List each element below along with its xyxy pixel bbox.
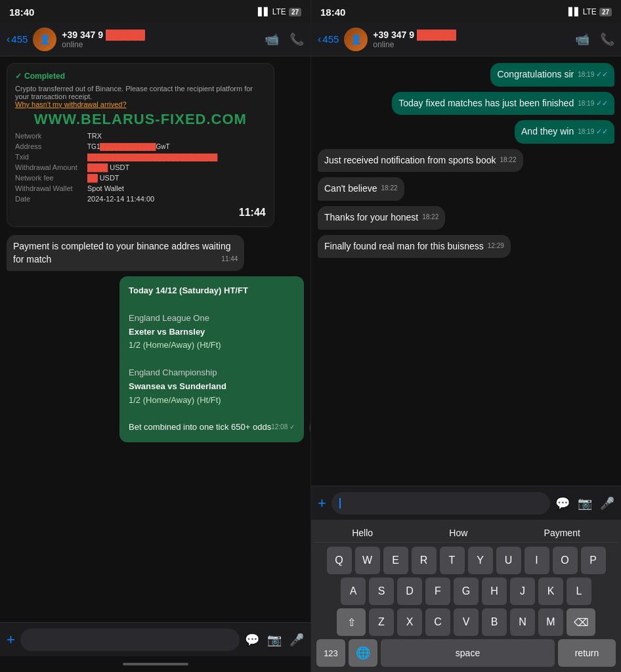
right-back-button[interactable]: ‹ 455 (318, 33, 339, 45)
key-E[interactable]: E (383, 547, 408, 574)
right-status-icons: ▋▋ LTE 27 (568, 7, 612, 16)
key-G[interactable]: G (454, 578, 479, 605)
binance-details-table: Network TRX Address TG1████████████GwT T… (15, 131, 266, 204)
right-chat-area: Congratulations sir 18:19 ✓✓ Today fixed… (311, 56, 621, 486)
back-chevron: ‹ (7, 33, 10, 45)
key-S[interactable]: S (369, 578, 394, 605)
cant-believe-time: 18:22 (381, 184, 398, 193)
right-phone-icon[interactable]: 📞 (600, 32, 614, 47)
phone-icon[interactable]: 📞 (289, 32, 304, 47)
text-cursor (339, 498, 341, 509)
key-M[interactable]: M (538, 608, 563, 636)
tip-msg-row: Today 14/12 (Saturday) HT/FT England Lea… (7, 276, 304, 442)
right-sticker-icon[interactable]: 💬 (555, 496, 570, 511)
right-time: 18:40 (320, 7, 345, 18)
keyboard-suggestions: Hello How Payment (314, 524, 618, 543)
key-R[interactable]: R (412, 547, 437, 574)
right-status-bar: 18:40 ▋▋ LTE 27 (311, 0, 621, 22)
key-P[interactable]: P (581, 547, 606, 574)
right-input-field[interactable] (332, 492, 550, 514)
left-input-field[interactable] (20, 629, 240, 651)
return-key[interactable]: return (558, 639, 616, 667)
key-X[interactable]: X (397, 608, 422, 636)
left-camera-icon[interactable]: 📷 (267, 633, 282, 647)
right-video-icon[interactable]: 📹 (575, 32, 589, 47)
space-key[interactable]: space (381, 639, 555, 667)
key-D[interactable]: D (397, 578, 422, 605)
right-contact-info: +39 347 9 ██████ online (373, 30, 570, 49)
left-contact-name: +39 347 9 ██████ (62, 30, 259, 40)
right-contact-name: +39 347 9 ██████ (373, 30, 570, 40)
congrats-bubble: Congratulations sir 18:19 ✓✓ (490, 63, 614, 87)
key-U[interactable]: U (496, 547, 521, 574)
left-input-bar: + 💬 📷 🎤 (0, 622, 310, 656)
left-contact-name-text: +39 347 9 (62, 30, 103, 40)
key-T[interactable]: T (440, 547, 465, 574)
key-A[interactable]: A (341, 578, 366, 605)
left-contact-info: +39 347 9 ██████ online (62, 30, 259, 49)
key-N[interactable]: N (510, 608, 535, 636)
left-back-button[interactable]: ‹ 455 (7, 33, 28, 45)
right-camera-icon[interactable]: 📷 (578, 496, 592, 511)
key-J[interactable]: J (510, 578, 535, 605)
key-V[interactable]: V (454, 608, 479, 636)
right-header-icons: 📹 📞 (575, 32, 614, 47)
key-L[interactable]: L (567, 578, 591, 605)
key-H[interactable]: H (482, 578, 507, 605)
key-C[interactable]: C (425, 608, 450, 636)
numbers-key[interactable]: 123 (316, 639, 345, 667)
right-plus-button[interactable]: + (318, 495, 326, 512)
thanks-time: 18:22 (422, 213, 439, 222)
suggestion-payment[interactable]: Payment (544, 528, 580, 538)
right-network-label: LTE (583, 7, 597, 16)
address-row: Address TG1████████████GwT (15, 141, 266, 152)
shift-key[interactable]: ⇧ (337, 608, 366, 636)
payment-time: 11:44 (221, 255, 238, 264)
key-O[interactable]: O (553, 547, 578, 574)
left-mic-icon[interactable]: 🎤 (289, 633, 304, 647)
left-sticker-icon[interactable]: 💬 (245, 633, 259, 647)
binance-info-text: Crypto transferred out of Binance. Pleas… (15, 85, 266, 100)
just-received-time: 18:22 (500, 156, 516, 165)
congrats-text: Congratulations sir (497, 69, 574, 79)
tip-footer: Bet combined into one tick 650+ odds (129, 422, 271, 432)
battery-badge: 27 (289, 8, 301, 16)
left-time: 18:40 (9, 7, 34, 18)
globe-key[interactable]: 🌐 (349, 639, 377, 667)
fee-value: ██ USDT (87, 173, 266, 183)
cant-believe-row: Can't believe 18:22 (318, 177, 614, 201)
right-contact-name-text: +39 347 9 (373, 30, 414, 40)
txid-value: ████████████████████████████ (87, 152, 266, 162)
key-Q[interactable]: Q (327, 547, 352, 574)
left-contact-status: online (62, 40, 259, 49)
league1: England League One (129, 312, 295, 326)
binance-card: ✓ Completed Crypto transferred out of Bi… (7, 63, 274, 227)
suggestion-hello[interactable]: Hello (352, 528, 373, 538)
key-Y[interactable]: Y (468, 547, 493, 574)
left-header-icons: 📹 📞 (265, 32, 304, 47)
odds2: 1/2 (Home/Away) (Ht/Ft) (129, 394, 295, 408)
thanks-row: Thanks for your honest 18:22 (318, 206, 614, 230)
suggestion-how[interactable]: How (449, 528, 467, 538)
payment-bubble: Payment is completed to your binance add… (7, 235, 244, 271)
just-received-text: Just received notification from sports b… (324, 155, 496, 165)
key-Z[interactable]: Z (369, 608, 394, 636)
left-plus-button[interactable]: + (7, 631, 15, 648)
league2: England Championship (129, 366, 295, 380)
key-K[interactable]: K (538, 578, 563, 605)
right-mic-icon[interactable]: 🎤 (600, 496, 614, 511)
key-F[interactable]: F (425, 578, 450, 605)
completed-label: Completed (24, 72, 65, 81)
right-input-icons: 💬 📷 🎤 (555, 496, 614, 511)
key-W[interactable]: W (355, 547, 380, 574)
why-link[interactable]: Why hasn't my withdrawal arrived? (15, 100, 266, 108)
amount-value: ████ USDT (87, 162, 266, 173)
video-icon[interactable]: 📹 (265, 32, 279, 47)
key-I[interactable]: I (525, 547, 549, 574)
right-back-count: 455 (322, 33, 339, 45)
key-B[interactable]: B (482, 608, 507, 636)
network-row: Network TRX (15, 131, 266, 141)
txid-row: Txid ████████████████████████████ (15, 152, 266, 162)
finally-row: Finally found real man for this buisness… (318, 235, 614, 259)
delete-key[interactable]: ⌫ (567, 608, 595, 636)
